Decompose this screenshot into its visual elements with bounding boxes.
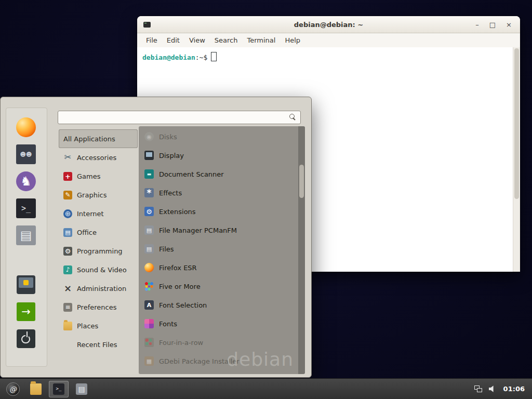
app-document-scanner[interactable]: ▬Document Scanner xyxy=(139,165,305,183)
app-fonts[interactable]: Fonts xyxy=(139,314,305,333)
app-effects[interactable]: *Effects xyxy=(139,183,305,202)
app-label: Font Selection xyxy=(159,301,207,309)
clock[interactable]: 01:06 xyxy=(503,385,525,393)
shutdown-icon xyxy=(17,329,35,348)
terminal-menu-help[interactable]: Help xyxy=(280,35,305,46)
folder-icon xyxy=(30,383,42,395)
favorite-firefox-button[interactable] xyxy=(12,115,40,139)
category-office[interactable]: ▤Office xyxy=(59,223,138,242)
app-label: GDebi Package Installer xyxy=(159,357,240,365)
applications-menu: ☻☻♞>_▤→ All Applications✂Accessories+Gam… xyxy=(0,97,312,378)
firefox-icon xyxy=(16,117,36,137)
taskbar-file-manager-button[interactable] xyxy=(26,381,46,397)
terminal-menubar: FileEditViewSearchTerminalHelp xyxy=(137,33,520,48)
app-four-in-a-row[interactable]: Four-in-a-row xyxy=(139,333,305,352)
pidgin-icon: ♞ xyxy=(16,171,36,191)
display-icon xyxy=(144,151,154,160)
disks-icon: ◉ xyxy=(144,132,154,141)
category-preferences[interactable]: ≡Preferences xyxy=(59,298,138,316)
terminal-scrollbar-thumb[interactable] xyxy=(514,48,519,199)
app-extensions[interactable]: ⚙Extensions xyxy=(139,202,305,221)
category-label: Internet xyxy=(77,210,104,218)
terminal-cursor xyxy=(211,52,217,61)
app-five-or-more[interactable]: Five or More xyxy=(139,277,305,296)
category-sound-video[interactable]: ♪Sound & Video xyxy=(59,260,138,279)
favorite-terminal-button[interactable]: >_ xyxy=(12,196,40,220)
app-label: Firefox ESR xyxy=(159,264,197,272)
favorite-pidgin-button[interactable]: ♞ xyxy=(12,169,40,193)
desktop: debian@debian: ~ – □ × FileEditViewSearc… xyxy=(0,0,532,399)
menu-sidebar: ☻☻♞>_▤→ xyxy=(6,108,47,367)
category-label: Programming xyxy=(77,247,123,255)
taskbar-terminal-button[interactable]: >_ xyxy=(49,381,69,397)
close-button[interactable]: × xyxy=(506,21,512,28)
app-label: File Manager PCManFM xyxy=(159,227,237,234)
category-places[interactable]: Places xyxy=(59,316,138,335)
terminal-scrollbar[interactable] xyxy=(513,47,520,272)
volume-icon[interactable] xyxy=(489,385,497,393)
terminal-titlebar[interactable]: debian@debian: ~ – □ × xyxy=(137,16,520,33)
app-list-scrollbar-thumb[interactable] xyxy=(299,165,304,198)
category-accessories[interactable]: ✂Accessories xyxy=(59,148,138,167)
terminal-prompt-line: debian@debian:~$ xyxy=(137,47,520,66)
app-list-scrollbar[interactable] xyxy=(298,126,305,374)
search-input[interactable] xyxy=(58,111,289,124)
window-controls: – □ × xyxy=(475,21,520,28)
firefox-icon xyxy=(144,263,154,272)
gdebi-icon: ▦ xyxy=(144,356,154,366)
category-internet[interactable]: ⊕Internet xyxy=(59,204,138,223)
menu-button[interactable]: @ xyxy=(3,381,23,397)
category-games[interactable]: +Games xyxy=(59,167,138,185)
terminal-icon: >_ xyxy=(16,198,36,218)
favorite-files-button[interactable]: ▤ xyxy=(12,223,40,247)
files-icon: ▤ xyxy=(144,244,154,254)
app-label: Effects xyxy=(159,189,182,197)
administration-icon: × xyxy=(63,284,72,293)
favorite-users-button[interactable]: ☻☻ xyxy=(12,142,40,166)
category-label: Games xyxy=(77,172,100,180)
terminal-menu-terminal[interactable]: Terminal xyxy=(242,35,280,46)
terminal-menu-file[interactable]: File xyxy=(141,35,162,46)
app-font-selection[interactable]: AFont Selection xyxy=(139,296,305,314)
terminal-menu-view[interactable]: View xyxy=(184,35,210,46)
preferences-icon: ≡ xyxy=(63,303,72,312)
internet-icon: ⊕ xyxy=(63,209,72,218)
minimize-button[interactable]: – xyxy=(475,21,479,28)
category-list: All Applications✂Accessories+Games✎Graph… xyxy=(59,129,138,354)
logout-button[interactable]: → xyxy=(12,300,40,324)
graphics-icon: ✎ xyxy=(63,191,72,200)
places-icon xyxy=(63,322,72,330)
category-all-applications[interactable]: All Applications xyxy=(59,129,138,148)
network-icon[interactable] xyxy=(474,385,482,393)
app-files[interactable]: ▤Files xyxy=(139,240,305,258)
terminal-icon: >_ xyxy=(53,383,64,395)
category-graphics[interactable]: ✎Graphics xyxy=(59,185,138,204)
terminal-title: debian@debian: ~ xyxy=(137,21,520,29)
lock-screen-button[interactable] xyxy=(12,273,40,297)
category-label: Recent Files xyxy=(77,341,117,349)
prompt-user-host: debian@debian xyxy=(142,54,195,61)
app-file-manager-pcmanfm[interactable]: ▤File Manager PCManFM xyxy=(139,221,305,240)
app-label: Document Scanner xyxy=(159,170,224,178)
taskbar-files-button[interactable]: ▤ xyxy=(72,381,91,397)
four-in-a-row-icon xyxy=(144,338,154,347)
lock-screen-icon xyxy=(17,275,35,294)
office-icon: ▤ xyxy=(63,228,72,237)
app-display[interactable]: Display xyxy=(139,146,305,165)
pcmanfm-icon: ▤ xyxy=(144,225,154,235)
terminal-menu-edit[interactable]: Edit xyxy=(162,35,184,46)
app-disks[interactable]: ◉Disks xyxy=(139,127,305,146)
terminal-menu-search[interactable]: Search xyxy=(210,35,243,46)
maximize-button[interactable]: □ xyxy=(489,21,496,28)
category-label: Graphics xyxy=(77,191,107,199)
app-firefox-esr[interactable]: Firefox ESR xyxy=(139,258,305,277)
category-label: Office xyxy=(77,229,97,236)
category-programming[interactable]: ⚙Programming xyxy=(59,242,138,260)
category-administration[interactable]: ×Administration xyxy=(59,279,138,298)
effects-icon: * xyxy=(144,188,154,197)
search-bar[interactable] xyxy=(58,111,301,124)
app-label: Fonts xyxy=(159,320,177,328)
shutdown-button[interactable] xyxy=(12,327,40,351)
app-gdebi-package-installer[interactable]: ▦GDebi Package Installer xyxy=(139,352,305,370)
category-recent-files[interactable]: Recent Files xyxy=(59,335,138,354)
